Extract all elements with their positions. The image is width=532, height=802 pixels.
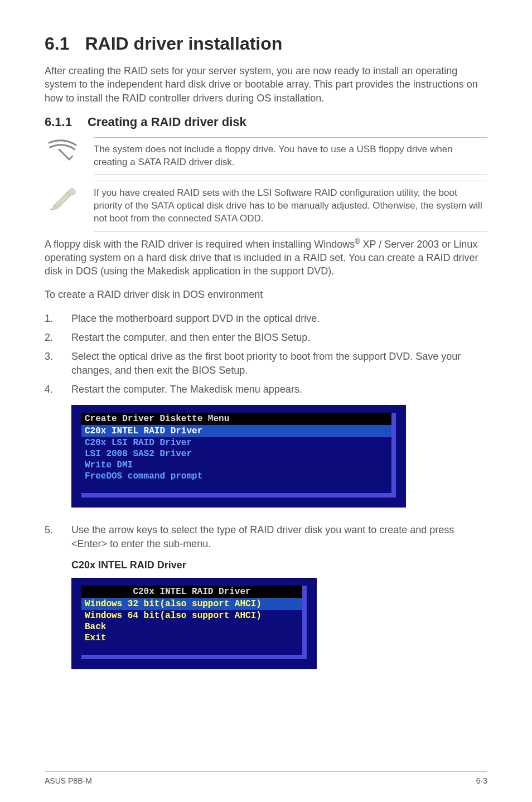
caution-icon [45, 137, 80, 162]
intel-raid-menu: C20x INTEL RAID Driver Windows 32 bit(al… [71, 578, 317, 669]
steps-list-cont: Use the arrow keys to select the type of… [45, 523, 487, 550]
submenu-selected: Windows 32 bit(also support AHCI) [81, 598, 302, 610]
submenu-item: Back [81, 621, 302, 632]
intro-paragraph: After creating the RAID sets for your se… [45, 64, 487, 105]
info-note: If you have created RAID sets with the L… [45, 181, 487, 231]
menu-item: C20x LSI RAID Driver [81, 437, 391, 448]
dos-env-paragraph: To create a RAID driver disk in DOS envi… [45, 288, 487, 301]
driver-submenu-title: C20x INTEL RAID Driver [71, 559, 487, 571]
subsection-text: Creating a RAID driver disk [88, 115, 246, 129]
step-item: Restart the computer, and then enter the… [45, 331, 487, 344]
menu-item: FreeDOS command prompt [81, 471, 391, 482]
makedisk-menu: Create Driver Diskette Menu C20x INTEL R… [71, 405, 406, 508]
floppy-para-a: A floppy disk with the RAID driver is re… [45, 239, 355, 250]
step-item: Restart the computer. The Makedisk menu … [45, 383, 487, 396]
steps-list: Place the motherboard support DVD in the… [45, 312, 487, 396]
floppy-paragraph: A floppy disk with the RAID driver is re… [45, 237, 487, 278]
subsection-number: 6.1.1 [45, 115, 72, 129]
subsection-title: 6.1.1Creating a RAID driver disk [45, 115, 487, 129]
registered-mark: ® [355, 238, 360, 245]
step-item: Use the arrow keys to select the type of… [45, 523, 487, 550]
submenu-title: C20x INTEL RAID Driver [81, 586, 302, 598]
submenu-item: Windows 64 bit(also support AHCI) [81, 610, 302, 621]
footer-left: ASUS P8B-M [45, 776, 92, 785]
pencil-icon [45, 181, 80, 211]
page-footer: ASUS P8B-M 6-3 [45, 771, 487, 785]
caution-note: The system does not include a floppy dri… [45, 137, 487, 175]
step-item: Select the optical drive as the first bo… [45, 350, 487, 377]
menu-item: LSI 2008 SAS2 Driver [81, 448, 391, 460]
page-title: 6.1RAID driver installation [45, 33, 487, 54]
submenu-item: Exit [81, 632, 302, 644]
info-text: If you have created RAID sets with the L… [94, 181, 487, 231]
submenu-blank [81, 644, 302, 655]
footer-right: 6-3 [476, 776, 487, 785]
section-title: RAID driver installation [85, 33, 282, 54]
step-item: Place the motherboard support DVD in the… [45, 312, 487, 325]
caution-text: The system does not include a floppy dri… [94, 137, 487, 175]
menu-blank [81, 482, 391, 493]
menu-item: Write DMI [81, 460, 391, 471]
menu-selected: C20x INTEL RAID Driver [81, 425, 391, 437]
section-number: 6.1 [45, 33, 69, 54]
menu-title: Create Driver Diskette Menu [81, 413, 391, 425]
